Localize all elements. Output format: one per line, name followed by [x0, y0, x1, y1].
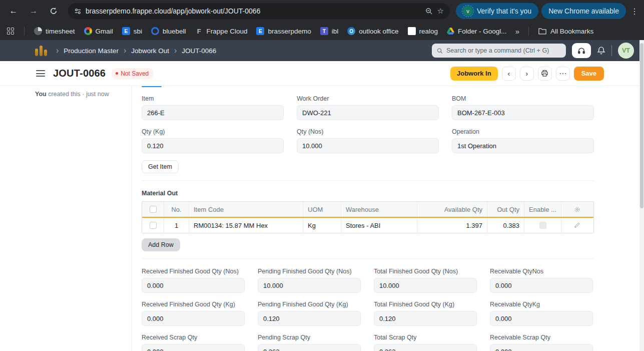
- bookmarks-overflow-icon[interactable]: »: [512, 27, 522, 36]
- received-scrap-qty-input[interactable]: 0.000: [142, 344, 245, 351]
- work-order-input[interactable]: DWO-221: [297, 105, 439, 120]
- back-button[interactable]: ←: [5, 3, 22, 20]
- select-all-checkbox[interactable]: [150, 206, 157, 213]
- scrollbar-thumb[interactable]: [640, 43, 643, 208]
- section-details: Item 266-E Work Order DWO-221 BOM BOM-26…: [142, 86, 594, 181]
- col-enable: Enable ...: [524, 202, 561, 217]
- total-scrap-qty-input[interactable]: 0.263: [374, 344, 477, 351]
- breadcrumb-production-master[interactable]: Production Master: [64, 47, 119, 55]
- all-bookmarks-button[interactable]: All Bookmarks: [535, 26, 597, 37]
- cell-available-qty[interactable]: 1.397: [417, 218, 487, 233]
- bookmark-star-icon[interactable]: ☆: [437, 7, 443, 16]
- bookmark-outlook[interactable]: Ooutlook office: [344, 25, 402, 37]
- page-header: JOUT-0066 Not Saved Jobwork In ‹ › ⋯ Sav…: [0, 61, 644, 86]
- globe-icon: [34, 27, 42, 35]
- page-title: JOUT-0066: [53, 68, 106, 79]
- url-text: brasserpdemo.frappe.cloud/app/jobwork-ou…: [86, 7, 260, 15]
- field-total-fg-kg: Total Finished Good Qty (Kg)0.120: [374, 301, 477, 326]
- pending-fg-kg-input[interactable]: 0.120: [258, 311, 361, 326]
- address-bar[interactable]: brasserpdemo.frappe.cloud/app/jobwork-ou…: [68, 3, 450, 19]
- notifications-button[interactable]: [597, 46, 605, 55]
- field-pending-fg-nos: Pending Finished Good Qty (Nos)10.000: [258, 268, 361, 293]
- total-fg-nos-input[interactable]: 10.000: [374, 278, 477, 293]
- cell-item-code[interactable]: RM00134: 15.87 MM Hex: [189, 218, 303, 233]
- prev-doc-button[interactable]: ‹: [502, 67, 516, 81]
- breadcrumb-current-doc[interactable]: JOUT-0066: [182, 47, 216, 55]
- erpnext-icon: E: [256, 27, 264, 35]
- browser-menu-button[interactable]: ⋮: [629, 7, 640, 16]
- pending-fg-nos-input[interactable]: 10.000: [258, 278, 361, 293]
- browser-toolbar: ← → brasserpdemo.frappe.cloud/app/jobwor…: [0, 0, 644, 22]
- forward-button[interactable]: →: [25, 3, 42, 20]
- bookmark-ibl[interactable]: Tibl: [317, 25, 342, 37]
- chrome-update-button[interactable]: New Chrome available: [541, 3, 626, 19]
- bookmark-sbi[interactable]: Esbi: [119, 25, 146, 37]
- help-button[interactable]: [572, 43, 591, 58]
- field-pending-scrap-qty: Pending Scrap Qty0.263: [258, 334, 361, 351]
- field-qty-nos: Qty (Nos) 10.000: [297, 128, 439, 153]
- bookmark-google-folder[interactable]: Folder - Googl...: [443, 26, 510, 37]
- row-checkbox[interactable]: [150, 222, 157, 229]
- receivable-scrap-qty-input[interactable]: 0.000: [490, 344, 593, 351]
- breadcrumb-jobwork-out[interactable]: Jobwork Out: [131, 47, 169, 55]
- bookmark-bluebell[interactable]: bluebell: [148, 25, 190, 37]
- frappe-icon: F: [195, 27, 203, 35]
- col-no: No.: [164, 202, 189, 217]
- receivable-qty-nos-input[interactable]: 0.000: [490, 278, 593, 293]
- field-received-fg-nos: Received Finished Good Qty (Nos)0.000: [142, 268, 245, 293]
- material-out-table: No. Item Code UOM Warehouse Available Qt…: [142, 201, 594, 233]
- chevron-right-icon: ›: [124, 47, 126, 55]
- reload-button[interactable]: [45, 3, 62, 20]
- menu-button[interactable]: ⋯: [556, 67, 570, 81]
- sidebar-toggle-icon[interactable]: [36, 70, 45, 77]
- cell-uom[interactable]: Kg: [303, 218, 341, 233]
- save-button[interactable]: Save: [574, 67, 604, 81]
- user-avatar[interactable]: VT: [618, 43, 634, 59]
- total-fg-kg-input[interactable]: 0.120: [374, 311, 477, 326]
- cell-out-qty[interactable]: 0.383: [487, 218, 524, 233]
- qty-nos-input[interactable]: 10.000: [297, 138, 439, 153]
- receivable-qty-kg-input[interactable]: 0.000: [490, 311, 593, 326]
- bookmark-brasserpdemo[interactable]: Ebrasserpdemo: [253, 25, 314, 37]
- next-doc-button[interactable]: ›: [520, 67, 534, 81]
- edit-row-icon[interactable]: [574, 222, 580, 228]
- col-available-qty: Available Qty: [417, 202, 487, 217]
- operation-input[interactable]: 1st Operation: [452, 138, 594, 153]
- field-receivable-qty-nos: Receivable QtyNos0.000: [490, 268, 593, 293]
- bookmark-timesheet[interactable]: timesheet: [31, 25, 79, 37]
- grid-settings-icon[interactable]: [574, 206, 580, 213]
- col-out-qty: Out Qty: [487, 202, 524, 217]
- print-icon: [541, 70, 548, 77]
- app-logo-icon[interactable]: [35, 45, 47, 56]
- cell-no: 1: [164, 218, 189, 233]
- pending-scrap-qty-input[interactable]: 0.263: [258, 344, 361, 351]
- add-row-button[interactable]: Add Row: [142, 238, 180, 251]
- bom-input[interactable]: BOM-267-E-003: [452, 105, 594, 120]
- print-button[interactable]: [538, 67, 552, 81]
- item-input[interactable]: 266-E: [142, 105, 284, 120]
- zoom-icon[interactable]: [425, 8, 433, 15]
- field-receivable-scrap-qty: Receivable Scrap Qty0.000: [490, 334, 593, 351]
- qty-kg-input[interactable]: 0.120: [142, 138, 284, 153]
- page-scrollbar[interactable]: [639, 40, 644, 351]
- search-input[interactable]: [446, 47, 561, 54]
- bookmark-gmail[interactable]: Gmail: [81, 25, 117, 37]
- received-fg-nos-input[interactable]: 0.000: [142, 278, 245, 293]
- field-work-order: Work Order DWO-221: [297, 95, 439, 120]
- global-search[interactable]: [432, 44, 566, 58]
- received-fg-kg-input[interactable]: 0.000: [142, 311, 245, 326]
- teams-icon: T: [320, 27, 328, 35]
- field-bom: BOM BOM-267-E-003: [452, 95, 594, 120]
- jobwork-in-button[interactable]: Jobwork In: [450, 67, 498, 81]
- cell-warehouse[interactable]: Stores - ABI: [341, 218, 417, 233]
- verify-identity-button[interactable]: v Verify that it's you: [456, 3, 538, 19]
- bookmark-frappe-cloud[interactable]: FFrappe Cloud: [192, 25, 251, 37]
- search-icon: [437, 48, 443, 54]
- divider: [611, 45, 612, 56]
- apps-grid-icon[interactable]: [7, 28, 14, 35]
- bookmarks-bar: timesheet Gmail Esbi bluebell FFrappe Cl…: [0, 22, 644, 40]
- field-pending-fg-kg: Pending Finished Good Qty (Kg)0.120: [258, 301, 361, 326]
- field-item: Item 266-E: [142, 95, 284, 120]
- get-item-button[interactable]: Get Item: [142, 160, 179, 173]
- bookmark-realog[interactable]: realog: [404, 25, 442, 37]
